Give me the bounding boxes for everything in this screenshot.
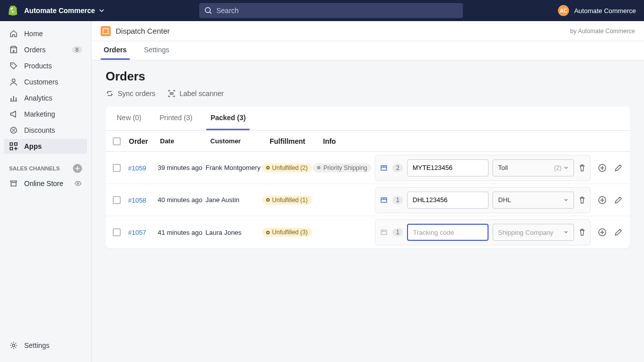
order-link[interactable]: #1057 xyxy=(128,229,146,236)
shipping-company-select[interactable]: Toll (2) xyxy=(493,159,574,176)
tracking-group: 1 DHL xyxy=(375,187,591,213)
add-icon[interactable] xyxy=(598,163,607,172)
app-tabs: Orders Settings xyxy=(92,41,644,60)
label-scanner-button[interactable]: Label scanner xyxy=(168,89,224,98)
app-title: Dispatch Center xyxy=(116,27,170,35)
svg-point-6 xyxy=(14,131,15,132)
channel-online-store[interactable]: Online Store xyxy=(4,176,87,191)
store-icon xyxy=(9,179,18,188)
add-channel-button[interactable] xyxy=(73,164,82,173)
scanner-icon xyxy=(168,89,176,98)
svg-rect-9 xyxy=(10,147,13,150)
app-tab-settings[interactable]: Settings xyxy=(141,41,173,60)
discounts-icon xyxy=(9,126,18,135)
user-menu[interactable]: AC Automate Commerce xyxy=(558,5,636,16)
svg-point-5 xyxy=(12,129,13,130)
shipping-company-select[interactable]: Shipping Company xyxy=(493,224,574,241)
nav-products[interactable]: Products xyxy=(4,58,87,73)
package-icon[interactable] xyxy=(379,228,388,237)
package-icon[interactable] xyxy=(379,163,388,172)
sidebar: Home Orders 8 Products Customers Analyti… xyxy=(0,21,92,362)
order-filter-tabs: New (0) Printed (3) Packed (3) xyxy=(106,107,630,131)
svg-rect-7 xyxy=(10,143,13,145)
nav-home[interactable]: Home xyxy=(4,26,87,41)
search-icon xyxy=(204,7,212,15)
app-header: Dispatch Center by Automate Commerce xyxy=(92,21,644,41)
table-row: #1057 41 minutes ago Laura Jones Unfulfi… xyxy=(106,216,630,248)
table-header: Order Date Customer Fulfillment Info xyxy=(106,131,630,152)
apps-icon xyxy=(9,142,18,151)
app-icon xyxy=(101,26,111,36)
customer-name: Laura Jones xyxy=(206,229,262,236)
main-content: Dispatch Center by Automate Commerce Ord… xyxy=(92,21,644,362)
order-link[interactable]: #1058 xyxy=(128,197,146,204)
edit-icon[interactable] xyxy=(614,228,623,237)
svg-point-0 xyxy=(205,8,210,13)
avatar: AC xyxy=(558,5,569,16)
tracking-group: 1 Shipping Company xyxy=(375,219,591,245)
tracking-code-input[interactable] xyxy=(407,224,489,241)
products-icon xyxy=(9,61,18,70)
tracking-code-input[interactable] xyxy=(407,192,489,209)
tracking-code-input[interactable] xyxy=(407,159,489,176)
order-date: 40 minutes ago xyxy=(157,196,205,204)
nav-apps[interactable]: Apps xyxy=(4,139,87,154)
order-date: 41 minutes ago xyxy=(157,229,205,236)
tab-packed[interactable]: Packed (3) xyxy=(206,107,250,130)
shopify-logo xyxy=(8,5,19,16)
row-checkbox[interactable] xyxy=(113,228,121,236)
nav-marketing[interactable]: Marketing xyxy=(4,107,87,122)
row-checkbox[interactable] xyxy=(113,196,121,204)
table-row: #1059 39 minutes ago Frank Montgomery Un… xyxy=(106,152,630,184)
package-icon[interactable] xyxy=(379,196,388,205)
app-byline: by Automate Commerce xyxy=(570,28,635,35)
order-link[interactable]: #1059 xyxy=(128,164,146,172)
home-icon xyxy=(9,29,18,38)
delete-icon[interactable] xyxy=(578,164,586,172)
select-all-checkbox[interactable] xyxy=(113,137,121,145)
add-icon[interactable] xyxy=(598,196,607,205)
svg-point-11 xyxy=(13,344,15,347)
store-switcher[interactable]: Automate Commerce xyxy=(24,7,104,15)
customers-icon xyxy=(9,77,18,86)
customer-name: Jane Austin xyxy=(206,196,262,204)
edit-icon[interactable] xyxy=(614,163,623,172)
nav-orders[interactable]: Orders 8 xyxy=(4,42,87,57)
add-icon[interactable] xyxy=(598,228,607,237)
package-count: 1 xyxy=(392,196,403,204)
svg-point-10 xyxy=(77,183,79,185)
tab-new[interactable]: New (0) xyxy=(113,107,145,130)
sales-channels-header: SALES CHANNELS xyxy=(4,155,87,176)
nav-discounts[interactable]: Discounts xyxy=(4,123,87,138)
chevron-down-icon xyxy=(99,8,104,13)
store-name: Automate Commerce xyxy=(24,7,95,15)
svg-point-3 xyxy=(12,79,15,82)
view-store-icon[interactable] xyxy=(74,179,82,188)
delete-icon[interactable] xyxy=(578,228,586,236)
tab-printed[interactable]: Printed (3) xyxy=(155,107,196,130)
page-toolbar: Sync orders Label scanner xyxy=(106,89,630,98)
orders-card: New (0) Printed (3) Packed (3) Order Dat… xyxy=(106,107,630,248)
global-search[interactable] xyxy=(199,3,463,18)
app-tab-orders[interactable]: Orders xyxy=(101,41,130,60)
shipping-company-select[interactable]: DHL xyxy=(493,192,574,209)
orders-badge: 8 xyxy=(72,46,82,53)
customer-name: Frank Montgomery xyxy=(206,164,262,171)
nav-customers[interactable]: Customers xyxy=(4,74,87,89)
order-date: 39 minutes ago xyxy=(157,164,205,171)
edit-icon[interactable] xyxy=(614,196,623,205)
svg-point-2 xyxy=(12,64,13,65)
table-row: #1058 40 minutes ago Jane Austin Unfulfi… xyxy=(106,184,630,216)
sync-icon xyxy=(106,89,114,98)
nav-analytics[interactable]: Analytics xyxy=(4,90,87,106)
delete-icon[interactable] xyxy=(578,196,586,204)
svg-rect-8 xyxy=(15,143,17,145)
marketing-icon xyxy=(9,110,18,119)
fulfillment-badge: Unfulfilled (3) xyxy=(262,228,312,237)
row-checkbox[interactable] xyxy=(113,164,121,172)
tracking-group: 2 Toll (2) xyxy=(375,155,591,181)
orders-icon xyxy=(9,45,18,54)
search-input[interactable] xyxy=(216,7,458,15)
nav-settings[interactable]: Settings xyxy=(4,338,87,353)
sync-orders-button[interactable]: Sync orders xyxy=(106,89,155,98)
